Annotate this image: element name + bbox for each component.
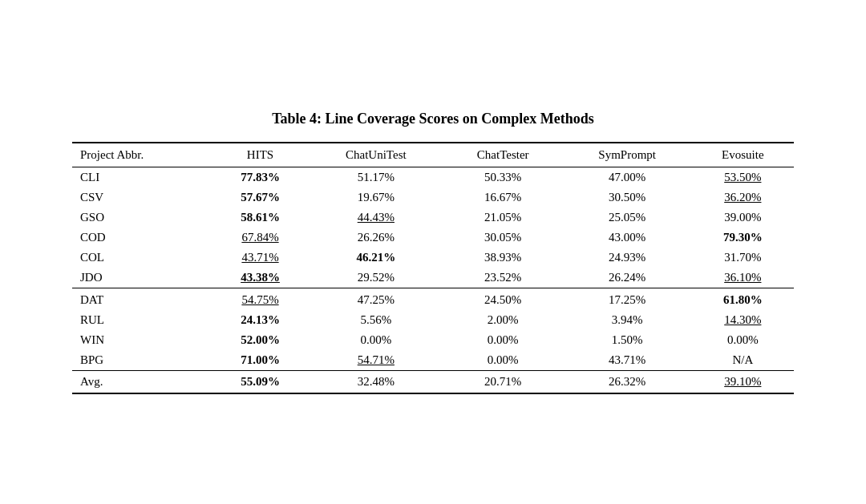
table-cell: 36.10%	[692, 268, 794, 288]
table-cell: 24.13%	[212, 310, 309, 330]
col-header-symprompt: SymPrompt	[563, 143, 692, 167]
table-cell: 2.00%	[443, 310, 563, 330]
header-row: Project Abbr. HITS ChatUniTest ChatTeste…	[72, 143, 794, 167]
table-cell: 61.80%	[692, 288, 794, 310]
table-cell-project: RUL	[72, 310, 212, 330]
table-cell-project: COL	[72, 248, 212, 268]
table-cell: 47.00%	[563, 167, 692, 187]
table-cell: 54.75%	[212, 288, 309, 310]
table-title: Table 4: Line Coverage Scores on Complex…	[72, 111, 794, 127]
table-row: GSO58.61%44.43%21.05%25.05%39.00%	[72, 208, 794, 228]
table-cell: 30.50%	[563, 187, 692, 208]
table-cell: 26.26%	[309, 228, 443, 248]
table-body: CLI77.83%51.17%50.33%47.00%53.50%CSV57.6…	[72, 167, 794, 393]
table-row: WIN52.00%0.00%0.00%1.50%0.00%	[72, 330, 794, 350]
table-row: JDO43.38%29.52%23.52%26.24%36.10%	[72, 268, 794, 288]
table-cell: 1.50%	[563, 330, 692, 350]
table-cell: 20.71%	[443, 370, 563, 393]
table-cell: 32.48%	[309, 370, 443, 393]
table-container: Table 4: Line Coverage Scores on Complex…	[48, 95, 818, 410]
table-row: DAT54.75%47.25%24.50%17.25%61.80%	[72, 288, 794, 310]
table-cell: 39.00%	[692, 208, 794, 228]
col-header-project: Project Abbr.	[72, 143, 212, 167]
table-cell: 0.00%	[443, 330, 563, 350]
table-cell-project: CLI	[72, 167, 212, 187]
table-cell: 52.00%	[212, 330, 309, 350]
table-cell: 67.84%	[212, 228, 309, 248]
table-cell: 0.00%	[692, 330, 794, 350]
table-cell: 71.00%	[212, 350, 309, 371]
table-cell: 21.05%	[443, 208, 563, 228]
table-cell: 79.30%	[692, 228, 794, 248]
table-cell: 43.71%	[563, 350, 692, 371]
col-header-hits: HITS	[212, 143, 309, 167]
table-cell: 53.50%	[692, 167, 794, 187]
table-cell: 43.00%	[563, 228, 692, 248]
col-header-evosuite: Evosuite	[692, 143, 794, 167]
table-cell: 25.05%	[563, 208, 692, 228]
table-cell: 54.71%	[309, 350, 443, 371]
table-cell: 5.56%	[309, 310, 443, 330]
col-header-chattester: ChatTester	[443, 143, 563, 167]
table-cell: 58.61%	[212, 208, 309, 228]
table-row: RUL24.13%5.56%2.00%3.94%14.30%	[72, 310, 794, 330]
table-row: CSV57.67%19.67%16.67%30.50%36.20%	[72, 187, 794, 208]
table-cell: 47.25%	[309, 288, 443, 310]
table-cell: 43.38%	[212, 268, 309, 288]
table-cell: 0.00%	[309, 330, 443, 350]
table-cell: 55.09%	[212, 370, 309, 393]
table-cell: 17.25%	[563, 288, 692, 310]
table-cell-project: WIN	[72, 330, 212, 350]
table-cell: 57.67%	[212, 187, 309, 208]
table-cell: 24.50%	[443, 288, 563, 310]
table-row: COL43.71%46.21%38.93%24.93%31.70%	[72, 248, 794, 268]
table-cell-project: JDO	[72, 268, 212, 288]
table-row: Avg.55.09%32.48%20.71%26.32%39.10%	[72, 370, 794, 393]
table-cell: 36.20%	[692, 187, 794, 208]
table-cell-project: COD	[72, 228, 212, 248]
table-cell: 46.21%	[309, 248, 443, 268]
table-cell: 51.17%	[309, 167, 443, 187]
table-cell-project: Avg.	[72, 370, 212, 393]
table-cell: 23.52%	[443, 268, 563, 288]
table-cell: 0.00%	[443, 350, 563, 371]
table-cell: 24.93%	[563, 248, 692, 268]
table-cell: 30.05%	[443, 228, 563, 248]
table-cell-project: CSV	[72, 187, 212, 208]
table-cell: 26.32%	[563, 370, 692, 393]
coverage-table: Project Abbr. HITS ChatUniTest ChatTeste…	[72, 142, 794, 394]
table-cell-project: GSO	[72, 208, 212, 228]
table-cell: 16.67%	[443, 187, 563, 208]
table-cell: 50.33%	[443, 167, 563, 187]
table-row: BPG71.00%54.71%0.00%43.71%N/A	[72, 350, 794, 371]
table-cell: 77.83%	[212, 167, 309, 187]
table-cell-project: BPG	[72, 350, 212, 371]
table-row: CLI77.83%51.17%50.33%47.00%53.50%	[72, 167, 794, 187]
table-cell: 3.94%	[563, 310, 692, 330]
table-cell: 31.70%	[692, 248, 794, 268]
table-cell: N/A	[692, 350, 794, 371]
table-cell: 14.30%	[692, 310, 794, 330]
table-cell: 44.43%	[309, 208, 443, 228]
table-cell: 26.24%	[563, 268, 692, 288]
col-header-chatunitest: ChatUniTest	[309, 143, 443, 167]
table-cell: 19.67%	[309, 187, 443, 208]
table-row: COD67.84%26.26%30.05%43.00%79.30%	[72, 228, 794, 248]
table-cell: 38.93%	[443, 248, 563, 268]
table-cell-project: DAT	[72, 288, 212, 310]
table-cell: 43.71%	[212, 248, 309, 268]
table-cell: 29.52%	[309, 268, 443, 288]
table-cell: 39.10%	[692, 370, 794, 393]
